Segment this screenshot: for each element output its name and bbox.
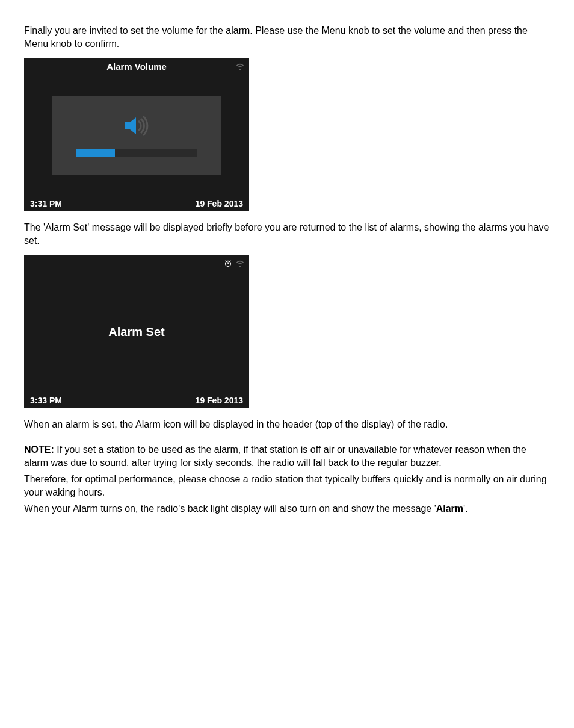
volume-fill: [76, 149, 115, 157]
screenshot-body: [24, 75, 249, 196]
note-text-3b: Alarm: [436, 503, 463, 514]
note-text-3a: When your Alarm turns on, the radio's ba…: [24, 503, 436, 514]
note-paragraph-3: When your Alarm turns on, the radio's ba…: [24, 502, 550, 515]
screenshot-footer: 3:31 PM 19 Feb 2013: [24, 196, 249, 211]
alarm-clock-icon: [224, 259, 232, 269]
footer-time: 3:33 PM: [30, 396, 62, 405]
screenshot-alarm-volume: Alarm Volume 3:31 PM: [24, 58, 249, 211]
para-alarm-icon-desc: When an alarm is set, the Alarm icon wil…: [24, 418, 550, 431]
alarm-set-text: Alarm Set: [108, 325, 164, 339]
note-paragraph-2: Therefore, for optimal performance, plea…: [24, 473, 550, 500]
footer-date: 19 Feb 2013: [196, 199, 243, 208]
screenshot-footer: 3:33 PM 19 Feb 2013: [24, 393, 249, 408]
volume-bar: [76, 149, 197, 157]
wifi-icon: [236, 259, 244, 269]
svg-line-4: [230, 260, 231, 261]
screenshot-header: [24, 255, 249, 272]
screenshot-title: Alarm Volume: [106, 61, 167, 72]
note-label: NOTE:: [24, 444, 54, 455]
svg-line-3: [226, 260, 227, 261]
footer-time: 3:31 PM: [30, 199, 62, 208]
screenshot-alarm-set: Alarm Set 3:33 PM 19 Feb 2013: [24, 255, 249, 408]
screenshot-header: Alarm Volume: [24, 58, 249, 75]
speaker-icon: [123, 114, 150, 138]
note-paragraph-1: NOTE: If you set a station to be used as…: [24, 443, 550, 470]
para-alarm-set-desc: The 'Alarm Set' message will be displaye…: [24, 221, 550, 248]
wifi-icon: [236, 62, 244, 72]
note-text-1: If you set a station to be used as the a…: [24, 444, 526, 468]
note-text-3c: '.: [463, 503, 468, 514]
footer-date: 19 Feb 2013: [196, 396, 243, 405]
volume-panel: [52, 96, 221, 175]
screenshot-body: Alarm Set: [24, 272, 249, 393]
intro-paragraph: Finally you are invited to set the volum…: [24, 24, 550, 51]
